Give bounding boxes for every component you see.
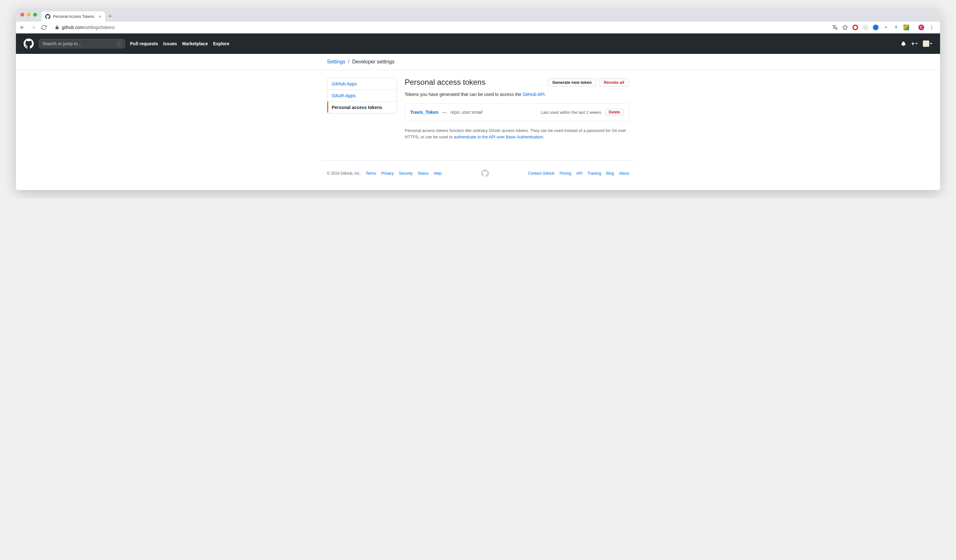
footer-terms-link[interactable]: Terms xyxy=(366,171,376,176)
extension-icon-1[interactable] xyxy=(852,25,858,30)
address-bar[interactable]: github.com/settings/tokens xyxy=(52,24,827,31)
sidebar-item-github-apps[interactable]: GitHub Apps xyxy=(327,78,397,90)
intro-text: Tokens you have generated that can be us… xyxy=(405,92,629,97)
github-api-link[interactable]: GitHub API xyxy=(523,92,545,97)
footer-privacy-link[interactable]: Privacy xyxy=(381,171,393,176)
settings-sidebar: GitHub Apps OAuth Apps Personal access t… xyxy=(327,78,397,113)
footer-contact-link[interactable]: Contact GitHub xyxy=(528,171,555,176)
generate-new-token-button[interactable]: Generate new token xyxy=(547,78,596,87)
browser-forward-button[interactable] xyxy=(30,24,36,31)
token-last-used: Last used within the last 2 weeks xyxy=(541,110,601,115)
revoke-all-button[interactable]: Revoke all xyxy=(599,78,629,87)
basic-auth-link[interactable]: authenticate to the API over Basic Authe… xyxy=(454,135,543,139)
browser-back-button[interactable] xyxy=(19,24,25,31)
bookmark-star-icon[interactable] xyxy=(842,25,848,30)
footer-training-link[interactable]: Training xyxy=(588,171,601,176)
user-menu-dropdown[interactable] xyxy=(923,41,932,47)
user-avatar-icon xyxy=(923,41,929,47)
page-footer: © 2019 GitHub, Inc. Terms Privacy Securi… xyxy=(322,160,634,190)
extension-icon-6[interactable] xyxy=(903,25,909,30)
token-name-link[interactable]: Travis_Token xyxy=(410,110,438,115)
breadcrumb: Settings / Developer settings xyxy=(322,59,634,65)
footer-help-link[interactable]: Help xyxy=(434,171,442,176)
github-footer-logo-icon[interactable] xyxy=(481,170,489,177)
browser-tab[interactable]: Personal Access Tokens × xyxy=(41,11,105,22)
footer-pricing-link[interactable]: Pricing xyxy=(560,171,571,176)
footer-about-link[interactable]: About xyxy=(619,171,629,176)
footer-security-link[interactable]: Security xyxy=(399,171,413,176)
tab-title: Personal Access Tokens xyxy=(53,14,94,19)
extension-icon-5[interactable]: Y xyxy=(893,25,899,30)
github-logo-icon[interactable] xyxy=(24,39,34,49)
svg-point-1 xyxy=(854,26,857,29)
footer-blog-link[interactable]: Blog xyxy=(607,171,614,176)
breadcrumb-current: Developer settings xyxy=(352,59,395,64)
svg-marker-0 xyxy=(843,25,848,30)
svg-point-3 xyxy=(931,27,932,28)
browser-menu-button[interactable] xyxy=(929,24,935,31)
svg-point-2 xyxy=(931,25,932,27)
translate-extension-icon[interactable] xyxy=(832,25,838,30)
svg-point-4 xyxy=(931,28,932,29)
extension-icon-3[interactable] xyxy=(873,25,879,30)
explain-text: Personal access tokens function like ord… xyxy=(405,127,629,140)
browser-reload-button[interactable] xyxy=(41,24,47,31)
extension-icon-4[interactable]: ▼ xyxy=(883,25,889,30)
footer-api-link[interactable]: API xyxy=(576,171,582,176)
github-header: Search or jump to... / Pull requests Iss… xyxy=(16,33,940,54)
token-list: Travis_Token — repo, user:email Last use… xyxy=(405,103,629,121)
search-placeholder: Search or jump to... xyxy=(42,41,81,46)
nav-issues[interactable]: Issues xyxy=(163,41,177,46)
sidebar-item-oauth-apps[interactable]: OAuth Apps xyxy=(327,90,397,102)
token-row: Travis_Token — repo, user:email Last use… xyxy=(405,104,629,121)
nav-marketplace[interactable]: Marketplace xyxy=(182,41,208,46)
new-tab-button[interactable]: + xyxy=(105,11,115,22)
github-favicon-icon xyxy=(45,14,50,19)
footer-copyright: © 2019 GitHub, Inc. xyxy=(327,171,361,176)
create-new-dropdown[interactable]: + xyxy=(911,41,918,47)
window-minimize-button[interactable] xyxy=(27,13,31,17)
nav-explore[interactable]: Explore xyxy=(213,41,229,46)
window-close-button[interactable] xyxy=(20,13,24,17)
nav-pull-requests[interactable]: Pull requests xyxy=(130,41,158,46)
window-maximize-button[interactable] xyxy=(33,13,37,17)
breadcrumb-separator: / xyxy=(348,59,349,64)
url-path: /settings/tokens xyxy=(83,25,115,30)
sidebar-item-personal-access-tokens[interactable]: Personal access tokens xyxy=(327,102,397,113)
footer-status-link[interactable]: Status xyxy=(418,171,429,176)
url-domain: github.com xyxy=(62,25,83,30)
lock-icon xyxy=(55,25,59,30)
notifications-bell-icon[interactable] xyxy=(901,41,906,46)
extension-icon-2[interactable] xyxy=(863,25,868,30)
tab-close-button[interactable]: × xyxy=(99,14,101,19)
browser-window: Personal Access Tokens × + github.com/se… xyxy=(16,9,940,190)
browser-chrome: Personal Access Tokens × + github.com/se… xyxy=(16,9,940,33)
profile-avatar-icon[interactable]: C xyxy=(918,25,924,30)
slash-key-hint: / xyxy=(116,41,121,46)
token-scopes: repo, user:email xyxy=(450,110,482,115)
delete-token-button[interactable]: Delete xyxy=(605,109,624,116)
breadcrumb-settings-link[interactable]: Settings xyxy=(327,59,346,64)
token-dash: — xyxy=(442,110,447,115)
page-title: Personal access tokens xyxy=(405,78,547,87)
github-search-input[interactable]: Search or jump to... / xyxy=(39,39,125,49)
